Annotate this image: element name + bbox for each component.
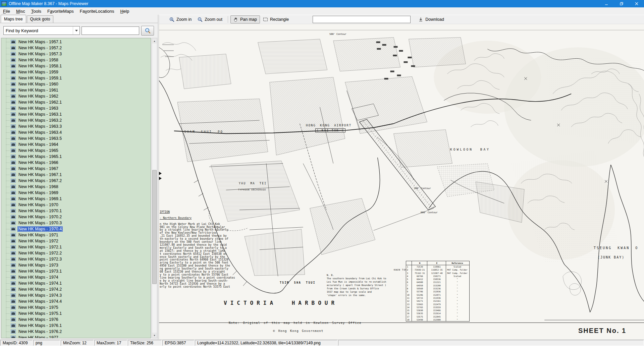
tree-item[interactable]: New HK Maps - 1962 [1, 93, 151, 99]
search-input[interactable] [82, 26, 139, 35]
tree-item[interactable]: New HK Maps - 1973.1 [1, 268, 151, 274]
tree-item[interactable]: New HK Maps - 1974.3 [1, 292, 151, 298]
tab-maps-tree[interactable]: Maps tree [1, 15, 26, 23]
map-thumbnail-icon [11, 257, 16, 261]
tree-item[interactable]: New HK Maps - 1972 [1, 238, 151, 244]
tree-item[interactable]: New HK Maps - 1972.1 [1, 244, 151, 250]
minimize-button[interactable] [599, 0, 614, 7]
status-filler [338, 340, 644, 346]
tree-item[interactable]: New HK Maps - 1963 [1, 105, 151, 111]
tree-item[interactable]: New HK Maps - 1974.1 [1, 280, 151, 286]
scroll-down-button[interactable]: ▼ [152, 333, 157, 338]
tree-item[interactable]: New HK Maps - 1957.2 [1, 45, 151, 51]
table-row: 9 55706 152036 " [406, 290, 469, 293]
tree-item[interactable]: New HK Maps - 1963.5 [1, 135, 151, 141]
table-cell-reference: " [446, 306, 468, 309]
table-cell-index: 7 [406, 284, 412, 287]
tree-item[interactable]: New HK Maps - 1958.1 [1, 63, 151, 69]
tree-item[interactable]: New HK Maps - 1970.2 [1, 214, 151, 220]
tree-item[interactable]: New HK Maps - 1970.4 [1, 226, 151, 232]
tree-item[interactable]: New HK Maps - 1974.4 [1, 298, 151, 304]
tree-item[interactable]: New HK Maps - 1972.2 [1, 250, 151, 256]
find-mode-value: Find by Keyword [4, 28, 73, 33]
find-mode-dropdown[interactable]: Find by Keyword [3, 26, 80, 35]
tree-item[interactable]: New HK Maps - 1957.1 [1, 39, 151, 45]
tree-item[interactable]: New HK Maps - 1965 [1, 148, 151, 154]
close-icon [635, 2, 638, 5]
tree-item[interactable]: New HK Maps - 1973 [1, 262, 151, 268]
tab-quick-goto[interactable]: Quick goto [27, 15, 54, 23]
tree-item[interactable]: New HK Maps - 1967 [1, 166, 151, 172]
tree-item-label: New HK Maps - 1968 [17, 184, 59, 189]
menu-item[interactable]: File [0, 8, 13, 14]
tree-scrollbar[interactable]: ▲ ▼ [152, 38, 157, 338]
tree-item-label: New HK Maps - 1972.1 [17, 244, 63, 250]
tree-item[interactable]: New HK Maps - 1977 [1, 335, 151, 338]
tree-item[interactable]: New HK Maps - 1963.3 [1, 123, 151, 129]
coordinate-input[interactable] [313, 16, 411, 23]
tree-item[interactable]: New HK Maps - 1967.1 [1, 172, 151, 178]
tree-item[interactable]: New HK Maps - 1970.1 [1, 208, 151, 214]
tree-item[interactable]: New HK Maps - 1959.1 [1, 75, 151, 81]
tree-item[interactable]: New HK Maps - 1970 [1, 202, 151, 208]
status-cell: MapsID: 4309 [0, 340, 33, 346]
tree-item[interactable]: New HK Maps - 1966 [1, 160, 151, 166]
map-thumbnail-icon [11, 70, 16, 74]
menu-item[interactable]: Help [117, 8, 132, 14]
scroll-thumb[interactable] [152, 170, 157, 284]
minimize-icon [605, 2, 608, 5]
tree-item[interactable]: New HK Maps - 1976.1 [1, 323, 151, 329]
tree-item[interactable]: New HK Maps - 1963.4 [1, 129, 151, 135]
tree-item[interactable]: New HK Maps - 1958 [1, 57, 151, 63]
pan-map-button[interactable]: Pan map [230, 15, 260, 23]
table-cell-e: 152071 [427, 293, 446, 296]
tree-item[interactable]: New HK Maps - 1965.1 [1, 154, 151, 160]
tree-item[interactable]: New HK Maps - 1975.1 [1, 310, 151, 316]
scroll-up-button[interactable]: ▲ [152, 38, 157, 44]
restore-button[interactable] [614, 0, 629, 7]
tree-item[interactable]: New HK Maps - 1972.3 [1, 256, 151, 262]
menu-item[interactable]: FavoriteMaps [44, 8, 77, 14]
tree-item[interactable]: New HK Maps - 1969 [1, 190, 151, 196]
tree-item[interactable]: New HK Maps - 1960 [1, 81, 151, 87]
tree-item[interactable]: New HK Maps - 1974.2 [1, 286, 151, 292]
map-viewport[interactable]: SHAM SHUI PO HONG KONG AIRPORT ( KAI TAK… [159, 24, 644, 339]
tree-item[interactable]: New HK Maps - 1969.1 [1, 196, 151, 202]
tree-item[interactable]: New HK Maps - 1975 [1, 304, 151, 310]
tree-item[interactable]: New HK Maps - 1963.1 [1, 111, 151, 117]
tree-item-label: New HK Maps - 1963 [17, 106, 59, 111]
tree-item[interactable]: New HK Maps - 1962.1 [1, 99, 151, 105]
rectangle-button[interactable]: Rectangle [260, 15, 292, 23]
tree-item-label: New HK Maps - 1974.4 [17, 299, 63, 304]
tree-item[interactable]: New HK Maps - 1964 [1, 141, 151, 148]
zoom-in-button[interactable]: Zoom in [166, 15, 195, 23]
table-row: 14 53765 153559 " [406, 306, 469, 309]
close-button[interactable] [629, 0, 644, 7]
tree-item[interactable]: New HK Maps - 1963.2 [1, 117, 151, 123]
tree-item[interactable]: New HK Maps - 1968 [1, 184, 151, 190]
map-thumbnail-icon [11, 203, 16, 207]
rectangle-label: Rectangle [270, 17, 289, 22]
tree-item[interactable]: New HK Maps - 1967.2 [1, 178, 151, 184]
table-header-cell: Reference [446, 261, 468, 265]
tree-item[interactable]: New HK Maps - 1970.3 [1, 220, 151, 226]
chevron-down-icon[interactable] [73, 26, 79, 35]
map-thumbnail-icon [11, 245, 16, 249]
zoom-out-button[interactable]: Zoom out [195, 15, 225, 23]
tree-item[interactable]: New HK Maps - 1959 [1, 69, 151, 75]
download-button[interactable]: Download [415, 15, 447, 23]
tree-item[interactable]: New HK Maps - 1976 [1, 316, 151, 323]
menu-item-post: voriteMaps [52, 9, 74, 14]
label-victoria-harbour: VICTORIA HARBOUR [224, 300, 338, 306]
map-thumbnail-icon [11, 269, 16, 273]
menu-item[interactable]: Tools [28, 8, 44, 14]
tree-item[interactable]: New HK Maps - 1974 [1, 274, 151, 280]
menu-item-key: H [120, 9, 123, 14]
tree-item[interactable]: New HK Maps - 1957.3 [1, 51, 151, 57]
search-button[interactable] [141, 26, 154, 36]
menu-item[interactable]: FavoriteLocations [77, 8, 117, 14]
tree-item[interactable]: New HK Maps - 1961 [1, 87, 151, 93]
tree-item[interactable]: New HK Maps - 1971 [1, 232, 151, 238]
menu-item[interactable]: Misc [13, 8, 28, 14]
tree-item[interactable]: New HK Maps - 1976.2 [1, 329, 151, 335]
